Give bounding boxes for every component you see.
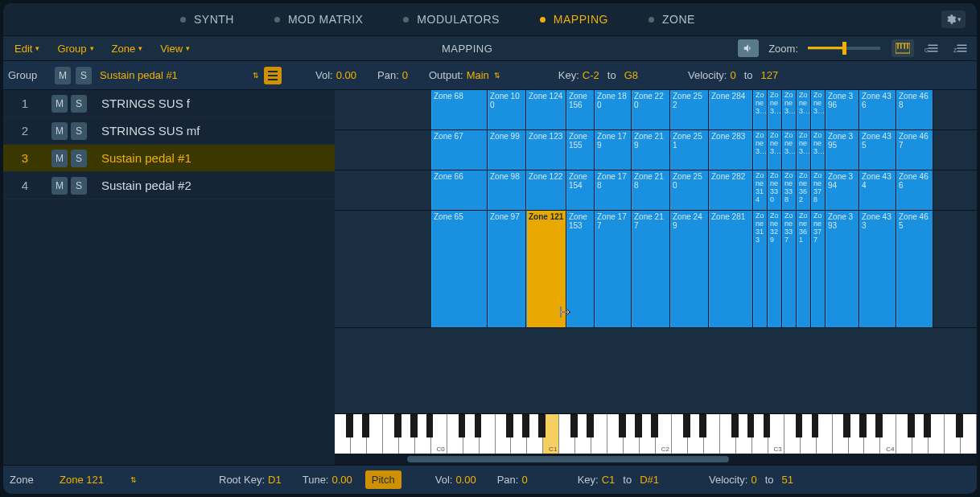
tab-mod-matrix[interactable]: MOD MATRIX xyxy=(274,13,363,26)
zone-cell[interactable] xyxy=(335,211,431,327)
black-key[interactable] xyxy=(796,414,803,437)
black-key[interactable] xyxy=(956,414,963,437)
zone-cell[interactable]: Zone 468 xyxy=(896,90,933,129)
zone-cell[interactable]: Zone 68 xyxy=(431,90,488,129)
zone-cell[interactable]: Zone 3… xyxy=(782,130,797,170)
black-key[interactable] xyxy=(587,414,594,437)
black-key[interactable] xyxy=(699,414,706,437)
zone-cell[interactable]: Zone 337 xyxy=(782,211,797,327)
zone-cell[interactable]: Zone 435 xyxy=(859,130,896,170)
white-key[interactable] xyxy=(480,414,496,454)
zone-vol[interactable]: Vol:0.00 xyxy=(427,474,484,486)
zone-cell[interactable]: Zone 396 xyxy=(826,90,859,129)
black-key[interactable] xyxy=(651,414,658,437)
white-key[interactable] xyxy=(961,414,977,454)
white-key[interactable]: C4 xyxy=(880,414,896,454)
zone-velocity-range[interactable]: Velocity:0to51 xyxy=(701,474,801,486)
group-row[interactable]: 3 M S Sustain pedal #1 xyxy=(3,145,335,172)
zone-cell[interactable]: Zone 65 xyxy=(431,211,488,327)
black-key[interactable] xyxy=(764,414,771,437)
mute-button[interactable]: M xyxy=(51,177,68,195)
zone-cell[interactable]: Zone 338 xyxy=(782,170,797,210)
group-key-range[interactable]: Key:C-2toG8 xyxy=(550,69,646,81)
zone-cell[interactable] xyxy=(335,130,431,170)
zone-cell[interactable]: Zone 3… xyxy=(768,90,782,129)
group-row[interactable]: 2 M S STRINGS SUS mf xyxy=(3,117,335,145)
zone-cell[interactable]: Zone 3… xyxy=(753,90,768,129)
zone-cell[interactable]: Zone 3… xyxy=(782,90,797,129)
white-key[interactable]: C0 xyxy=(431,414,447,454)
zone-cell[interactable]: Zone 123 xyxy=(526,130,566,170)
group-selector[interactable]: Sustain pedal #1 ⇅ xyxy=(97,69,259,81)
white-key[interactable]: C1 xyxy=(543,414,559,454)
zone-cell[interactable]: Zone 155 xyxy=(566,130,595,170)
zone-cell[interactable]: Zone 394 xyxy=(826,170,859,210)
white-key[interactable]: C3 xyxy=(768,414,784,454)
zone-cell[interactable]: Zone 3… xyxy=(811,130,826,170)
tab-zone[interactable]: ZONE xyxy=(649,13,695,26)
white-key[interactable] xyxy=(367,414,383,454)
black-key[interactable] xyxy=(731,414,739,437)
mute-button[interactable]: M xyxy=(51,150,68,167)
black-key[interactable] xyxy=(410,414,418,437)
zone-cell[interactable]: Zone 218 xyxy=(632,170,670,210)
group-row[interactable]: 1 M S STRINGS SUS f xyxy=(3,90,335,117)
black-key[interactable] xyxy=(538,414,546,437)
zone-cell[interactable]: Zone 330 xyxy=(768,170,782,210)
zone-cell[interactable]: Zone 281 xyxy=(709,211,753,327)
solo-button[interactable]: S xyxy=(71,177,87,195)
zone-cell[interactable] xyxy=(335,170,431,210)
black-key[interactable] xyxy=(426,414,434,437)
zone-cell[interactable]: Zone 467 xyxy=(896,130,933,170)
zone-cell[interactable]: Zone 178 xyxy=(595,170,632,210)
pitch-button[interactable]: Pitch xyxy=(365,470,401,489)
zone-cell[interactable]: Zone 284 xyxy=(709,90,753,129)
zone-cell[interactable]: Zone 393 xyxy=(826,211,859,327)
zone-cell[interactable]: Zone 329 xyxy=(768,211,782,327)
black-key[interactable] xyxy=(619,414,626,437)
zone-tune[interactable]: Tune:0.00 xyxy=(294,474,360,486)
black-key[interactable] xyxy=(635,414,642,437)
zone-cell[interactable]: Zone 3… xyxy=(811,90,826,129)
menu-edit[interactable]: Edit▾ xyxy=(8,40,46,57)
zone-cell[interactable]: Zone 378 xyxy=(811,170,826,210)
zone-cell[interactable]: Zone 249 xyxy=(670,211,709,327)
zone-cell[interactable]: Zone 252 xyxy=(670,90,709,129)
zone-cell[interactable]: Zone 361 xyxy=(797,211,811,327)
solo-button[interactable]: S xyxy=(71,122,87,140)
settings-button[interactable]: ▾ xyxy=(941,10,966,28)
zone-cell[interactable]: Zone 283 xyxy=(709,130,753,170)
black-key[interactable] xyxy=(394,414,401,437)
tab-synth[interactable]: SYNTH xyxy=(180,13,234,26)
white-key[interactable] xyxy=(817,414,833,454)
black-key[interactable] xyxy=(924,414,931,437)
zone-cell[interactable]: Zone 219 xyxy=(632,130,670,170)
black-key[interactable] xyxy=(346,414,353,437)
black-key[interactable] xyxy=(362,414,369,437)
zone-cell[interactable]: Zone 313 xyxy=(753,211,768,327)
zone-pan[interactable]: Pan:0 xyxy=(489,474,536,486)
black-key[interactable] xyxy=(570,414,578,437)
black-key[interactable] xyxy=(506,414,513,437)
zone-grid[interactable]: Zone 68Zone 100Zone 124Zone 156Zone 180Z… xyxy=(335,90,977,413)
white-key[interactable]: C2 xyxy=(656,414,672,454)
black-key[interactable] xyxy=(908,414,915,437)
zone-cell[interactable]: Zone 3… xyxy=(768,130,782,170)
tab-mapping[interactable]: MAPPING xyxy=(540,13,608,26)
white-key[interactable] xyxy=(929,414,945,454)
zone-cell[interactable]: Zone 434 xyxy=(859,170,896,210)
zone-cell[interactable]: Zone 220 xyxy=(632,90,670,129)
black-key[interactable] xyxy=(522,414,529,437)
menu-group[interactable]: Group▾ xyxy=(51,40,100,57)
mute-button[interactable]: M xyxy=(51,122,68,140)
zone-cell[interactable]: Zone 465 xyxy=(896,211,933,327)
zone-cell[interactable]: Zone 97 xyxy=(488,211,526,327)
black-key[interactable] xyxy=(459,414,466,437)
list-toggle-button[interactable] xyxy=(264,67,282,84)
black-key[interactable] xyxy=(475,414,482,437)
zone-cell[interactable]: Zone 153 xyxy=(566,211,595,327)
view-keyboard-button[interactable] xyxy=(891,39,914,57)
zone-cell[interactable]: Zone 362 xyxy=(797,170,811,210)
white-key[interactable] xyxy=(704,414,720,454)
group-velocity-range[interactable]: Velocity:0to127 xyxy=(680,69,786,81)
